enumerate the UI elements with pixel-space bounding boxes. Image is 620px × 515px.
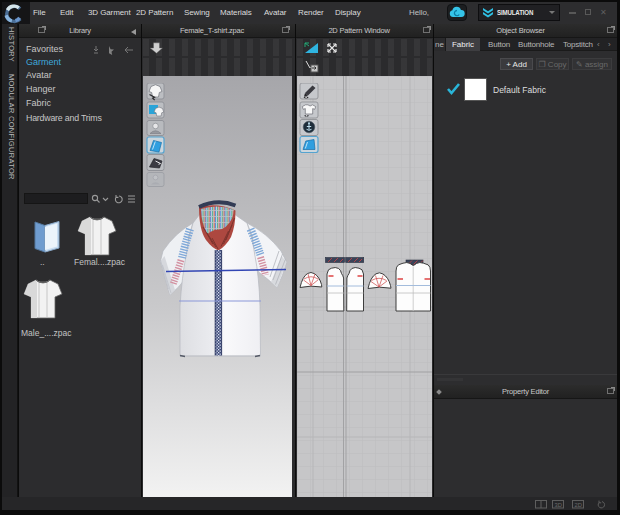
svg-text:3D: 3D — [555, 502, 562, 508]
svg-text:2D: 2D — [575, 502, 582, 508]
